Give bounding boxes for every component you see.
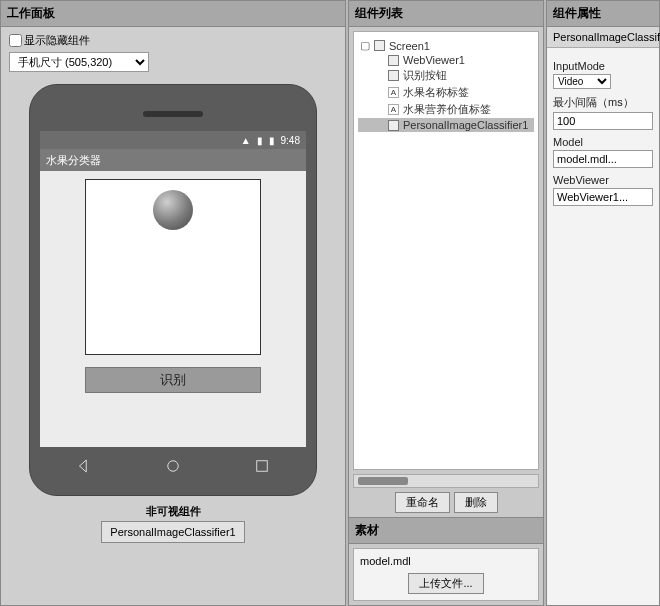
- selected-component-name: PersonalImageClassifier1: [547, 27, 659, 48]
- phone-speaker: [143, 111, 203, 117]
- android-navbar: [40, 447, 306, 485]
- nav-back-icon[interactable]: [75, 457, 93, 475]
- tree-item-label2[interactable]: A 水果营养价值标签: [358, 101, 534, 118]
- status-time: 9:48: [281, 135, 300, 146]
- battery-icon: ▮: [269, 135, 275, 146]
- wifi-icon: ▲: [241, 135, 251, 146]
- workspace-header: 工作面板: [1, 1, 345, 27]
- prop-model-label: Model: [553, 136, 653, 148]
- properties-header: 组件属性: [547, 1, 659, 27]
- prop-webviewer-label: WebViewer: [553, 174, 653, 186]
- prop-inputmode-label: InputMode: [553, 60, 653, 72]
- media-header: 素材: [349, 518, 543, 544]
- properties-panel: 组件属性 PersonalImageClassifier1 InputMode …: [546, 0, 660, 606]
- show-hidden-checkbox[interactable]: 显示隐藏组件: [9, 33, 337, 48]
- app-title: 水果分类器: [46, 153, 101, 168]
- recognize-button[interactable]: 识别: [85, 367, 261, 393]
- upload-file-button[interactable]: 上传文件...: [408, 573, 483, 594]
- nonvisual-section: 非可视组件 PersonalImageClassifier1: [1, 504, 345, 543]
- prop-inputmode-select[interactable]: Video: [553, 74, 611, 89]
- label-icon: A: [388, 104, 399, 115]
- tree-buttons: 重命名 删除: [349, 488, 543, 517]
- prop-mininterval-input[interactable]: [553, 112, 653, 130]
- phone-screen: ▲ ▮ ▮ 9:48 水果分类器 识别: [40, 131, 306, 485]
- screen-body: 识别: [40, 171, 306, 407]
- components-panel: 组件列表 ▢ Screen1 WebViewer1 识别按钮 A 水果名称标签 …: [348, 0, 544, 606]
- button-icon: [388, 70, 399, 81]
- screen-icon: [374, 40, 385, 51]
- screen-size-select[interactable]: 手机尺寸 (505,320): [9, 52, 149, 72]
- webviewer-icon: [388, 55, 399, 66]
- delete-button[interactable]: 删除: [454, 492, 498, 513]
- image-preview-box: [85, 179, 261, 355]
- rename-button[interactable]: 重命名: [395, 492, 450, 513]
- components-header: 组件列表: [349, 1, 543, 27]
- media-file[interactable]: model.mdl: [360, 555, 532, 567]
- nav-recent-icon[interactable]: [253, 457, 271, 475]
- prop-model-input[interactable]: [553, 150, 653, 168]
- phone-frame: ▲ ▮ ▮ 9:48 水果分类器 识别: [29, 84, 317, 496]
- extension-icon: [388, 120, 399, 131]
- media-body: model.mdl 上传文件...: [353, 548, 539, 601]
- tree-item-classifier[interactable]: PersonalImageClassifier1: [358, 118, 534, 132]
- collapse-icon[interactable]: ▢: [360, 39, 370, 52]
- tree-item-webviewer[interactable]: WebViewer1: [358, 53, 534, 67]
- prop-webviewer-input[interactable]: [553, 188, 653, 206]
- show-hidden-label: 显示隐藏组件: [24, 33, 90, 48]
- svg-point-0: [168, 461, 179, 472]
- workspace-panel: 工作面板 显示隐藏组件 手机尺寸 (505,320) ▲ ▮ ▮ 9:48 水果…: [0, 0, 346, 606]
- component-tree[interactable]: ▢ Screen1 WebViewer1 识别按钮 A 水果名称标签 A 水果营…: [353, 31, 539, 470]
- tree-h-scrollbar[interactable]: [353, 474, 539, 488]
- properties-body: InputMode Video 最小间隔（ms） Model WebViewer: [547, 48, 659, 605]
- phone-preview-area: ▲ ▮ ▮ 9:48 水果分类器 识别: [1, 78, 345, 605]
- status-bar: ▲ ▮ ▮ 9:48: [40, 131, 306, 149]
- app-bar: 水果分类器: [40, 149, 306, 171]
- nonvisual-title: 非可视组件: [1, 504, 345, 519]
- prop-mininterval-label: 最小间隔（ms）: [553, 95, 653, 110]
- media-panel: 素材 model.mdl 上传文件...: [349, 517, 543, 605]
- tree-root[interactable]: ▢ Screen1: [358, 38, 534, 53]
- workspace-toolbar: 显示隐藏组件 手机尺寸 (505,320): [1, 27, 345, 78]
- svg-rect-1: [256, 461, 267, 472]
- nonvisual-component[interactable]: PersonalImageClassifier1: [101, 521, 244, 543]
- label-icon: A: [388, 87, 399, 98]
- nav-home-icon[interactable]: [164, 457, 182, 475]
- tree-item-label1[interactable]: A 水果名称标签: [358, 84, 534, 101]
- tree-item-button[interactable]: 识别按钮: [358, 67, 534, 84]
- signal-icon: ▮: [257, 135, 263, 146]
- show-hidden-input[interactable]: [9, 34, 22, 47]
- fruit-image: [153, 190, 193, 230]
